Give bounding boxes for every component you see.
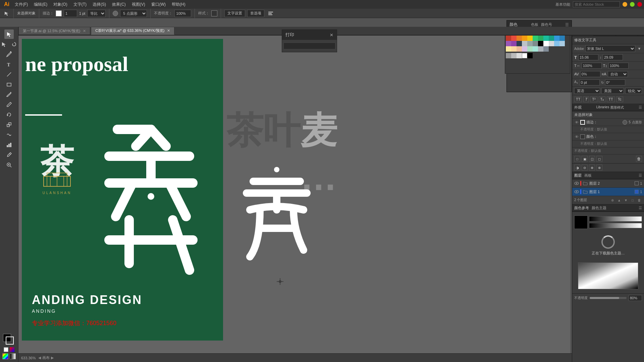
window-minimize-btn[interactable] xyxy=(623,2,627,7)
tt-all-caps[interactable]: TT xyxy=(607,97,614,102)
scale-y-input[interactable] xyxy=(608,63,629,69)
swatch-item[interactable] xyxy=(522,36,527,41)
stroke-color-box[interactable] xyxy=(56,10,62,16)
large-gradient-preview[interactable] xyxy=(578,262,638,289)
swatch-item[interactable] xyxy=(522,46,527,52)
none-mode-btn[interactable] xyxy=(10,353,16,359)
libraries-tab[interactable]: Libraries xyxy=(596,105,609,110)
stroke-visibility-eye[interactable]: 👁 xyxy=(574,120,579,124)
swatch-item[interactable] xyxy=(538,36,543,41)
line-height-input[interactable] xyxy=(603,54,623,60)
path-finder-btn-2[interactable]: ⊖ xyxy=(582,165,588,171)
menu-file[interactable]: 文件(F) xyxy=(12,1,31,8)
appearance-header[interactable]: 外观 Libraries 图形样式 ☰ xyxy=(572,104,644,111)
swatch-item[interactable] xyxy=(538,41,543,46)
print-dialog-header[interactable]: 打印 ✕ xyxy=(282,30,337,40)
menu-text[interactable]: 文字(T) xyxy=(71,1,89,8)
color-ref-tab[interactable]: 颜色参考 xyxy=(574,205,589,210)
color-panel-menu-icon[interactable]: ☰ xyxy=(565,22,569,27)
swatch-item[interactable] xyxy=(517,46,522,52)
baseline-input[interactable] xyxy=(580,79,600,85)
aa-style-dropdown[interactable]: 锐化 xyxy=(625,88,642,94)
print-dialog-close[interactable]: ✕ xyxy=(330,33,333,38)
layer-action-new[interactable]: □ xyxy=(630,197,635,203)
swatch-item[interactable] xyxy=(527,41,533,46)
swatch-item[interactable] xyxy=(511,46,517,52)
swatch-item[interactable] xyxy=(543,41,549,46)
appear-action-trash[interactable]: 🗑 xyxy=(636,156,642,162)
line-tool-btn[interactable] xyxy=(4,70,14,79)
swatch-item[interactable] xyxy=(522,41,527,46)
tt-superscript[interactable]: T² xyxy=(590,97,597,102)
swatch-item[interactable] xyxy=(554,41,559,46)
swatch-item[interactable] xyxy=(543,46,549,52)
color-panel-tab-swatches[interactable]: 色板 xyxy=(531,22,538,27)
warp-tool-btn[interactable] xyxy=(4,130,14,139)
window-maximize-btn[interactable] xyxy=(630,2,635,7)
swatch-light-gray[interactable] xyxy=(511,53,517,58)
gradient-mode-btn[interactable] xyxy=(2,353,8,359)
swatch-item[interactable] xyxy=(506,41,511,46)
first-options-button[interactable]: 首选项 xyxy=(247,10,264,17)
swatch-white[interactable] xyxy=(522,53,527,58)
rotate-tool-btn[interactable] xyxy=(4,110,14,119)
selection-tool-btn[interactable] xyxy=(4,29,14,39)
swatch-item[interactable] xyxy=(517,36,522,41)
path-finder-btn-4[interactable]: ⊗ xyxy=(596,165,602,171)
opacity-input[interactable] xyxy=(174,10,191,17)
stroke-width-input[interactable] xyxy=(64,10,77,17)
path-finder-btn-3[interactable]: ⊕ xyxy=(589,165,595,171)
appear-action-4[interactable]: ◻ xyxy=(596,156,602,162)
swatch-item[interactable] xyxy=(511,36,517,41)
layer-2-row[interactable]: 图层 2 1 xyxy=(572,179,644,188)
tt-small-caps[interactable]: Tc xyxy=(616,97,623,102)
gradient-black-box[interactable] xyxy=(574,216,588,229)
swatch-item[interactable] xyxy=(527,36,533,41)
color-panel-tab-numbers[interactable]: 颜色号 xyxy=(541,22,552,27)
color-theme-tab[interactable]: 颜色主题 xyxy=(592,205,606,210)
tracking-input[interactable] xyxy=(580,71,600,77)
fill-color-appear[interactable] xyxy=(580,134,585,139)
selection-tool-indicator[interactable] xyxy=(3,10,10,16)
font-dropdown[interactable]: 宋体 Std L xyxy=(585,45,635,52)
menu-effect[interactable]: 效果(C) xyxy=(109,1,128,8)
fill-visibility-eye[interactable]: 👁 xyxy=(574,135,579,139)
search-adobe-stock[interactable] xyxy=(573,1,620,7)
tt-bold[interactable]: TT xyxy=(574,97,582,102)
align-button[interactable] xyxy=(266,10,275,17)
swatch-item[interactable] xyxy=(533,36,538,41)
language-dropdown[interactable]: 英语 xyxy=(574,88,600,94)
color-ref-menu-icon[interactable]: ☰ xyxy=(639,206,642,210)
appearance-menu-icon[interactable]: ☰ xyxy=(639,105,642,110)
swatch-item[interactable] xyxy=(511,41,517,46)
tab-first-lesson[interactable]: 第一节课.ai @ 12.5% (CMYK/预览) ✕ xyxy=(18,27,90,35)
layers-tab[interactable]: 图层 xyxy=(574,173,582,178)
rect-tool-btn[interactable] xyxy=(4,80,14,89)
font-size-input[interactable] xyxy=(578,54,598,60)
aa-dropdown[interactable]: 美国 xyxy=(601,88,624,94)
rotate-input[interactable] xyxy=(605,79,625,85)
modify-text-tool[interactable]: 修改文字工具 xyxy=(572,36,644,44)
print-dialog[interactable]: 打印 ✕ xyxy=(282,29,337,52)
layer2-lock-icon[interactable] xyxy=(635,181,639,185)
swatch-gray[interactable] xyxy=(506,53,511,58)
tt-subscript[interactable]: T₂ xyxy=(599,97,606,102)
tab-tea-vi[interactable]: C茶叶VI展示.ai* @ 633.36% (CMYK/预览) ✕ xyxy=(91,27,174,35)
pencil-tool-btn[interactable] xyxy=(4,100,14,109)
font-preview-btn[interactable]: ▼ xyxy=(637,46,642,51)
menu-edit[interactable]: 编辑(E) xyxy=(31,1,50,8)
layer2-eye-icon[interactable] xyxy=(574,181,579,186)
appear-action-2[interactable]: ▣ xyxy=(582,156,588,162)
gradient-preview-bar[interactable] xyxy=(589,223,642,228)
zoom-tool-btn[interactable] xyxy=(4,160,14,170)
type-tool-btn[interactable]: T xyxy=(4,60,14,69)
path-finder-btn-1[interactable]: ◑ xyxy=(574,165,580,171)
style-color-swatch[interactable] xyxy=(211,10,217,16)
layers-menu-icon[interactable]: ☰ xyxy=(639,173,642,178)
stroke-color-indicator[interactable] xyxy=(6,337,14,345)
lasso-tool-btn[interactable] xyxy=(9,40,19,49)
swatch-item[interactable] xyxy=(543,36,549,41)
gradient-slider[interactable] xyxy=(589,216,642,222)
swatch-item[interactable] xyxy=(549,41,554,46)
next-artboard-btn[interactable]: ▶ xyxy=(51,356,54,360)
